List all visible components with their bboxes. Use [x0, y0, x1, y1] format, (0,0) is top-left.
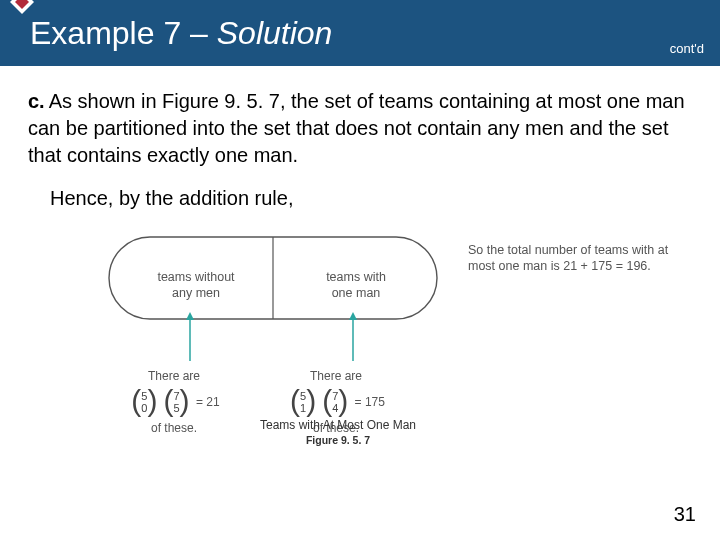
svg-marker-5 — [186, 312, 194, 320]
slide: Example 7 – Solution cont'd c.As shown i… — [0, 0, 720, 540]
page-number: 31 — [674, 503, 696, 526]
figure: teams without any men teams with one man… — [28, 226, 692, 436]
binom-5-1: (51) — [287, 386, 319, 420]
figure-caption: Teams with At Most One Man Figure 9. 5. … — [188, 418, 488, 446]
title-text-plain: Example 7 – — [30, 15, 217, 51]
arrows-icon — [108, 226, 438, 376]
title-text-italic: Solution — [217, 15, 333, 51]
slide-title: Example 7 – Solution — [30, 15, 332, 52]
slide-body: c.As shown in Figure 9. 5. 7, the set of… — [0, 66, 720, 436]
binom-7-4: (74) — [319, 386, 351, 420]
caption-ref: Figure 9. 5. 7 — [188, 434, 488, 446]
continued-label: cont'd — [670, 41, 704, 56]
side-note: So the total number of teams with at mos… — [468, 242, 678, 275]
paragraph-c: c.As shown in Figure 9. 5. 7, the set of… — [28, 88, 692, 169]
binom-5-0: (50) — [128, 386, 160, 420]
diamond-bullet-icon — [8, 0, 36, 16]
item-label: c. — [28, 90, 45, 112]
para-text: As shown in Figure 9. 5. 7, the set of t… — [28, 90, 685, 166]
title-bar: Example 7 – Solution cont'd — [0, 0, 720, 66]
svg-marker-7 — [349, 312, 357, 320]
caption-title: Teams with At Most One Man — [188, 418, 488, 432]
hence-line: Hence, by the addition rule, — [50, 187, 692, 210]
binom-7-5: (75) — [160, 386, 192, 420]
